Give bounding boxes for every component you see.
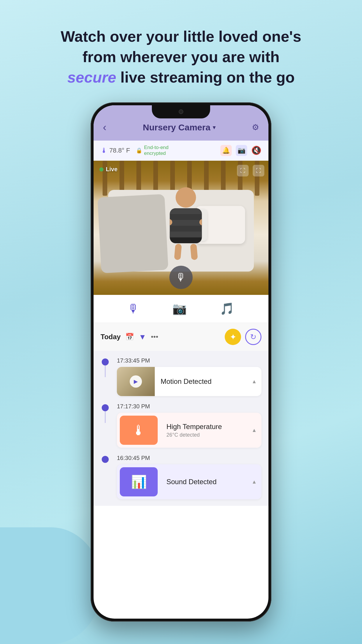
title-chevron[interactable]: ▾: [213, 124, 215, 131]
phone-frame: ‹ Nursery Camera ▾ ⚙ 🌡 78.8° F 🔒 End-to-…: [91, 102, 271, 622]
phone-screen: ‹ Nursery Camera ▾ ⚙ 🌡 78.8° F 🔒 End-to-…: [94, 105, 268, 619]
sound-icon-wrap: 📊: [120, 467, 158, 496]
expand-sound[interactable]: ▲: [247, 474, 261, 490]
timeline-content-motion: 17:33:45 PM ▶ Motion Detected ▲: [117, 357, 261, 396]
action-bar: 🎙 📷 🎵: [94, 295, 268, 323]
music-action-button[interactable]: 🎵: [220, 302, 234, 316]
mic-overlay-icon: 🎙: [176, 271, 186, 284]
filter-button[interactable]: ▼: [139, 332, 146, 342]
fullscreen-button[interactable]: ⛶: [253, 165, 264, 176]
event-info-sound: Sound Detected: [161, 473, 247, 491]
phone-notch: [152, 105, 210, 118]
refresh-button[interactable]: ↻: [245, 329, 261, 345]
live-label: Live: [106, 166, 117, 173]
sound-event-card[interactable]: 📊 Sound Detected ▲: [117, 464, 261, 499]
temperature-section: 🌡 78.8° F: [101, 146, 130, 155]
live-indicator: Live: [99, 166, 117, 173]
alarm-icon: 🔔: [222, 147, 230, 154]
star-filter-button[interactable]: ✦: [225, 329, 241, 345]
camera-mode-button[interactable]: 📷: [236, 145, 247, 156]
timeline-dot-col-1: [94, 357, 117, 365]
motion-event-card[interactable]: ▶ Motion Detected ▲: [117, 367, 261, 396]
front-camera: [179, 109, 183, 114]
play-button[interactable]: ▶: [130, 375, 142, 388]
live-dot: [99, 167, 103, 172]
event-thumbnail: ▶: [117, 367, 155, 396]
timeline-line-1: [105, 365, 106, 377]
timeline-dot-col-2: [94, 403, 117, 411]
alarm-button[interactable]: 🔔: [220, 145, 232, 156]
temperature-value: 78.8° F: [109, 147, 130, 154]
timeline-item-sound: 16:30:45 PM 📊 Sound Detected ▲: [94, 451, 268, 503]
headline: Watch over your little loved one's from …: [61, 26, 301, 88]
camera-controls: ⛶ ⛶: [237, 165, 264, 176]
event-title-sound: Sound Detected: [166, 478, 241, 486]
sound-wave-icon: 📊: [131, 474, 147, 489]
event-time-2: 17:17:30 PM: [117, 403, 261, 410]
temp-event-card[interactable]: 🌡 High Temperature 26°C detected ▲: [117, 413, 261, 448]
headline-line3: secure live streaming on the go: [61, 67, 301, 88]
today-label: Today: [101, 333, 121, 341]
star-icon: ✦: [230, 332, 236, 342]
status-bar: 🌡 78.8° F 🔒 End-to-end encrypted 🔔 📷 🔇: [94, 141, 268, 161]
timeline-action-buttons: ✦ ↻: [225, 329, 261, 345]
encrypt-text: End-to-end encrypted: [144, 145, 168, 157]
event-info-motion: Motion Detected: [155, 373, 247, 390]
timeline-dot-2: [102, 404, 109, 411]
event-title-temp: High Temperature: [166, 423, 241, 431]
event-info-temp: High Temperature 26°C detected: [161, 418, 247, 443]
mute-button[interactable]: 🔇: [251, 146, 261, 155]
expand-motion[interactable]: ▲: [247, 374, 261, 389]
mic-action-button[interactable]: 🎙: [128, 302, 139, 315]
timeline-header: Today 📅 ▼ ••• ✦ ↻: [94, 323, 268, 351]
thermometer-event-icon: 🌡: [132, 422, 146, 438]
more-button[interactable]: •••: [151, 333, 158, 341]
temp-icon-wrap: 🌡: [120, 416, 158, 445]
timeline: 17:33:45 PM ▶ Motion Detected ▲: [94, 351, 268, 506]
mic-overlay-button[interactable]: 🎙: [169, 266, 193, 289]
event-time-1: 17:33:45 PM: [117, 357, 261, 364]
timeline-line-2: [105, 411, 106, 423]
event-sub-temp: 26°C detected: [166, 432, 241, 438]
timeline-dot-3: [102, 456, 109, 463]
timeline-content-sound: 16:30:45 PM 📊 Sound Detected ▲: [117, 455, 261, 499]
settings-button[interactable]: ⚙: [252, 123, 259, 132]
timeline-item-motion: 17:33:45 PM ▶ Motion Detected ▲: [94, 354, 268, 400]
calendar-button[interactable]: 📅: [125, 333, 134, 341]
blanket: [97, 194, 168, 274]
headline-line1: Watch over your little loved one's: [61, 26, 301, 47]
baby-figure: [170, 187, 202, 260]
header-title: Nursery Camera ▾: [143, 123, 215, 132]
timeline-content-temp: 17:17:30 PM 🌡 High Temperature 26°C dete…: [117, 403, 261, 448]
status-icons: 🔔 📷 🔇: [220, 145, 261, 156]
event-title-motion: Motion Detected: [161, 377, 241, 386]
camera-feed[interactable]: Live ⛶ ⛶ 🎙: [94, 161, 268, 295]
thermometer-icon: 🌡: [101, 146, 108, 155]
timeline-item-temp: 17:17:30 PM 🌡 High Temperature 26°C dete…: [94, 400, 268, 451]
refresh-icon: ↻: [250, 332, 256, 342]
camera-mode-icon: 📷: [238, 147, 245, 154]
expand-temp[interactable]: ▲: [247, 423, 261, 438]
headline-line2: from wherever you are with: [61, 47, 301, 67]
fit-screen-button[interactable]: ⛶: [237, 165, 249, 176]
timeline-dot-col-3: [94, 455, 117, 463]
lock-icon: 🔒: [136, 147, 142, 154]
screenshot-action-button[interactable]: 📷: [172, 302, 187, 316]
back-button[interactable]: ‹: [103, 121, 106, 134]
encryption-section: 🔒 End-to-end encrypted: [136, 145, 215, 157]
timeline-dot-1: [102, 358, 109, 365]
event-time-3: 16:30:45 PM: [117, 455, 261, 461]
